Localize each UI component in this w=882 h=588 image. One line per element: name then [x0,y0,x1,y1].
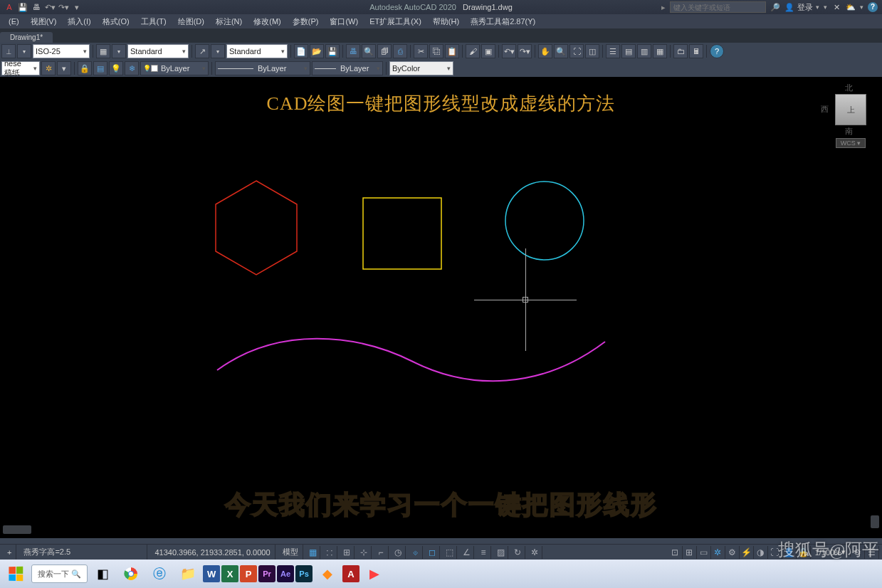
annot-scale-dropdown[interactable]: nese 稿纸▾ [1,61,40,75]
word-icon[interactable]: W [203,565,220,582]
menu-item[interactable]: 标注(N) [210,16,248,27]
isolate-icon[interactable]: ◑ [754,546,768,559]
explorer-icon[interactable]: 📁 [174,561,201,587]
layer-dropdown[interactable]: 💡ByLayer▾ [140,61,209,75]
h-scrollbar[interactable] [3,525,31,534]
menu-item[interactable]: 窗口(W) [324,16,364,27]
preview-icon[interactable]: 🔍 [362,44,376,58]
help-icon[interactable]: ? [868,2,878,12]
zoom-win-icon[interactable]: ◫ [585,44,599,58]
autocad-taskbar-icon[interactable]: A [342,565,359,582]
table-icon[interactable]: ▦ [96,44,110,58]
save2-icon[interactable]: 💾 [325,44,340,58]
redo-icon[interactable]: ↷▾ [58,2,68,12]
misc-app-icon[interactable]: ◆ [314,561,341,587]
markup-icon[interactable]: 🗀 [673,44,688,58]
mleader-style-dropdown[interactable]: Standard▾ [226,44,288,58]
isodraft-icon[interactable]: ⟐ [409,546,423,559]
props-icon[interactable]: ☰ [606,44,620,58]
menu-item[interactable]: 燕秀工具箱2.87(Y) [465,16,541,27]
lineweight-dropdown[interactable]: ByLayer▾ [312,61,383,75]
zoom-ext-icon[interactable]: ⛶ [569,44,584,58]
exchange-icon[interactable]: ✕ [831,2,841,12]
menu-item[interactable]: 绘图(D) [172,16,210,27]
annot-icon[interactable]: ✲ [41,61,56,75]
snap-icon[interactable]: ⸬ [323,546,337,559]
block-icon[interactable]: ▣ [481,44,495,58]
grid-icon[interactable]: ▦ [306,546,320,559]
tool-pal-icon[interactable]: ▥ [637,44,651,58]
layer-lock-icon[interactable]: 🔒 [78,61,92,75]
new-icon[interactable]: 📄 [294,44,308,58]
match-icon[interactable]: 🖌 [466,44,480,58]
qat-dropdown-icon[interactable]: ▾ [72,2,82,12]
cut-icon[interactable]: ✂ [414,44,428,58]
layer-frz-icon[interactable]: ❄ [125,61,139,75]
undo-icon[interactable]: ↶▾ [45,2,55,12]
infer-icon[interactable]: ⊞ [340,546,355,559]
dim-linear-icon[interactable]: ⟂ [1,44,16,58]
menu-item[interactable]: 视图(V) [25,16,63,27]
copy-icon[interactable]: ⿻ [429,44,443,58]
recorder-icon[interactable]: ▶ [361,561,388,587]
zoom-icon[interactable]: 🔍 [554,44,568,58]
mleader-icon[interactable]: ↗ [195,44,209,58]
annot-dd-icon[interactable]: ▾ [57,61,71,75]
dcenter-icon[interactable]: ▤ [621,44,636,58]
qprops-icon[interactable]: ⊡ [668,546,683,559]
open-icon[interactable]: 📂 [310,44,324,58]
publish-icon[interactable]: 🗐 [377,44,392,58]
menu-item[interactable]: 参数(P) [287,16,325,27]
table-style-dropdown[interactable]: Standard▾ [127,44,189,58]
viewcube-face[interactable]: 上 [835,94,866,125]
menu-item[interactable]: (E) [3,17,25,26]
viewcube[interactable]: 北 西 上 南 WCS ▾ [825,84,876,148]
pan-icon[interactable]: ✋ [538,44,552,58]
ie-icon[interactable]: ⓔ [146,561,173,587]
sheet-icon[interactable]: ▦ [653,44,667,58]
ppt-icon[interactable]: P [240,565,257,582]
annot-mon-icon[interactable]: ✲ [528,546,542,559]
undo2-icon[interactable]: ↶▾ [502,44,516,58]
plotstyle-dropdown[interactable]: ByColor▾ [389,61,453,75]
photoshop-icon[interactable]: Ps [295,565,313,582]
hw-accel-icon[interactable]: ⚡ [740,546,754,559]
menu-item[interactable]: 修改(M) [248,16,287,27]
quickview-icon[interactable]: ▭ [697,546,711,559]
plot-icon[interactable]: 🖶 [346,44,360,58]
3dprint-icon[interactable]: ⎙ [393,44,407,58]
add-layout-button[interactable]: + [3,545,16,560]
doc-tab[interactable]: Drawing1* [0,32,53,43]
dyn-input-icon[interactable]: ⊹ [357,546,372,559]
otrack-icon[interactable]: ∠ [460,546,474,559]
start-button[interactable] [1,561,30,587]
annot-vis-icon[interactable]: ✲ [711,546,725,559]
a360-dropdown-icon[interactable]: ▾ [860,4,863,11]
units-icon[interactable]: ⊞ [683,546,697,559]
login-button[interactable]: 👤 登录 ▾ [784,2,819,13]
chrome-icon[interactable] [117,561,145,587]
qcalc-icon[interactable]: 🖩 [689,44,703,58]
table-dd-icon[interactable]: ▾ [112,44,126,58]
aftereffects-icon[interactable]: Ae [277,565,294,582]
excel-icon[interactable]: X [221,565,238,582]
menu-item[interactable]: 格式(O) [97,16,135,27]
polar-icon[interactable]: ◷ [392,546,406,559]
search-arrow-icon[interactable]: ▸ [661,3,666,12]
lwt-icon[interactable]: ≡ [477,546,491,559]
viewcube-wcs[interactable]: WCS ▾ [836,138,866,148]
task-view-icon[interactable]: ◧ [89,561,116,587]
menu-item[interactable]: 插入(I) [62,16,96,27]
help2-icon[interactable]: ? [710,44,724,58]
dim-style-dropdown[interactable]: ISO-25▾ [33,44,90,58]
v-scrollbar[interactable] [871,515,879,528]
premiere-icon[interactable]: Pr [258,565,275,582]
redo2-icon[interactable]: ↷▾ [518,44,532,58]
transparency-icon[interactable]: ▨ [494,546,508,559]
workspace-icon[interactable]: ⚙ [725,546,740,559]
exchange-dropdown-icon[interactable]: ▾ [824,4,827,11]
search-input[interactable] [670,1,766,13]
print-icon[interactable]: 🖶 [31,2,41,12]
save-icon[interactable]: 💾 [18,2,28,12]
layer-mgr-icon[interactable]: ▤ [93,61,107,75]
